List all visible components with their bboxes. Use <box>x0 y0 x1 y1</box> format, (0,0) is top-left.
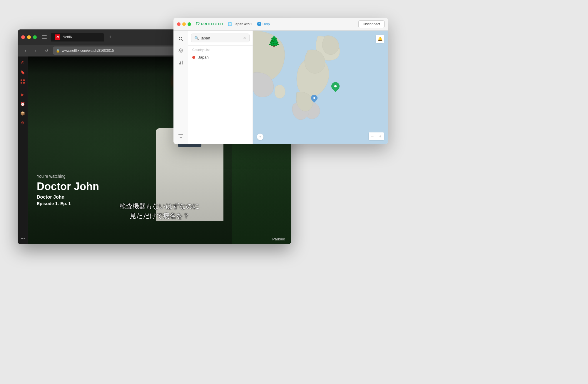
svg-point-8 <box>180 38 181 39</box>
vpn-window: 🛡 PROTECTED 🌐 Japan #591 ? Help Disconne… <box>173 18 388 144</box>
protected-text: PROTECTED <box>201 22 223 26</box>
shield-icon: 🛡 <box>196 22 200 26</box>
forward-button[interactable]: › <box>32 46 40 55</box>
subtitle-line-1: 検査機器もないはずなのに <box>28 201 291 211</box>
user-marker-dot <box>313 97 315 99</box>
show-subtitle-text: Doctor John <box>37 195 99 200</box>
vpn-titlebar: 🛡 PROTECTED 🌐 Japan #591 ? Help Disconne… <box>173 18 388 31</box>
map-marker-user <box>311 95 318 101</box>
sidebar-icon-clock[interactable]: ⏰ <box>19 101 26 107</box>
vpn-sidebar-search[interactable] <box>176 34 186 44</box>
vpn-body: 🔍 japan ✕ Country List Japan <box>173 31 388 144</box>
protected-badge: 🛡 PROTECTED <box>196 22 223 26</box>
sidebar-icon-bookmarks[interactable]: 🔖 <box>19 69 26 75</box>
vpn-server-info: 🌐 Japan #591 <box>228 22 252 26</box>
vpn-sidebar-layers[interactable] <box>176 46 186 55</box>
svg-rect-13 <box>182 61 183 64</box>
svg-rect-5 <box>21 82 22 84</box>
browser-left-sidebar: ⏱ 🔖 ▶ ⏰ 📦 ⚙ ••• <box>18 56 28 244</box>
browser-minimize-button[interactable] <box>27 35 31 39</box>
country-name-japan: Japan <box>198 55 208 59</box>
tab-title-text: Netflix <box>63 35 72 39</box>
netflix-logo-icon: N <box>55 34 60 40</box>
server-label: Japan #591 <box>234 22 252 26</box>
sidebar-icon-play[interactable]: ▶ <box>19 91 26 98</box>
vpn-traffic-lights <box>177 22 191 26</box>
map-help-button[interactable]: ? <box>257 134 263 140</box>
map-zoom-controls: − + <box>369 132 384 140</box>
bell-icon: 🔔 <box>377 36 382 41</box>
watching-label: You're watching <box>37 174 99 179</box>
zoom-in-button[interactable]: + <box>376 132 384 140</box>
sidebar-icon-history[interactable]: ⏱ <box>19 59 26 66</box>
vpn-map: 🌲 🔔 ? − <box>253 31 388 144</box>
search-input-value[interactable]: japan <box>201 36 241 40</box>
sidebar-icon-divider <box>20 88 25 88</box>
show-title: Doctor John <box>37 180 99 193</box>
vpn-search-panel: 🔍 japan ✕ Country List Japan <box>188 31 253 144</box>
marker-dot <box>334 85 337 87</box>
svg-rect-11 <box>179 63 180 64</box>
search-input-wrap: 🔍 japan ✕ <box>188 31 253 46</box>
vpn-status-bar: 🛡 PROTECTED 🌐 Japan #591 ? Help Disconne… <box>196 20 385 28</box>
country-list-header: Country List <box>188 46 253 53</box>
help-text: Help <box>263 22 270 26</box>
map-notification-button[interactable]: 🔔 <box>376 35 384 43</box>
vpn-help-button[interactable]: ? Help <box>257 22 270 26</box>
sidebar-icon-settings[interactable]: ⚙ <box>19 119 26 126</box>
browser-maximize-button[interactable] <box>33 35 37 39</box>
lock-icon: 🔒 <box>56 49 60 53</box>
vpn-maximize-button[interactable] <box>188 22 191 26</box>
help-circle-icon: ? <box>257 22 261 26</box>
vpn-close-button[interactable] <box>177 22 181 26</box>
svg-rect-2 <box>42 38 47 39</box>
map-tree-icon: 🌲 <box>268 35 281 48</box>
globe-icon: 🌐 <box>228 22 232 26</box>
vpn-sidebar-filters[interactable] <box>176 131 186 141</box>
new-tab-button[interactable]: + <box>106 33 114 41</box>
vpn-left-sidebar <box>173 31 188 144</box>
country-item-japan[interactable]: Japan <box>188 53 253 62</box>
map-bottom-controls: ? <box>257 134 263 140</box>
refresh-button[interactable]: ↺ <box>42 46 51 55</box>
paused-badge: Paused <box>272 237 285 241</box>
server-location-pin <box>330 80 341 92</box>
clear-search-button[interactable]: ✕ <box>243 36 246 40</box>
svg-rect-0 <box>42 35 47 36</box>
vpn-sidebar-stats[interactable] <box>176 58 186 67</box>
vpn-minimize-button[interactable] <box>182 22 186 26</box>
browser-sidebar-toggle[interactable] <box>40 33 49 41</box>
svg-rect-1 <box>42 37 47 37</box>
vpn-disconnect-button[interactable]: Disconnect <box>358 20 385 28</box>
map-marker-server <box>331 82 340 90</box>
svg-rect-12 <box>180 61 181 64</box>
url-text: www.netflix.com/watch/81603015 <box>62 49 114 53</box>
browser-close-button[interactable] <box>21 35 25 39</box>
svg-rect-6 <box>23 82 25 84</box>
sidebar-more-icon[interactable]: ••• <box>18 236 28 241</box>
user-location-pin <box>310 93 319 102</box>
search-box[interactable]: 🔍 japan ✕ <box>191 34 250 42</box>
country-status-dot <box>192 56 195 59</box>
svg-rect-4 <box>23 79 25 81</box>
svg-rect-3 <box>21 79 22 81</box>
search-icon: 🔍 <box>194 36 199 40</box>
netflix-tab[interactable]: N Netflix <box>51 33 104 41</box>
subtitle-area: 検査機器もないはずなのに 見ただけで病名を？ <box>28 201 291 221</box>
zoom-out-button[interactable]: − <box>369 132 376 140</box>
subtitle-line-2: 見ただけで病名を？ <box>28 211 291 221</box>
browser-traffic-lights <box>21 35 37 39</box>
sidebar-icon-package[interactable]: 📦 <box>19 110 26 117</box>
back-button[interactable]: ‹ <box>21 46 29 55</box>
sidebar-icon-extensions[interactable] <box>19 78 26 85</box>
